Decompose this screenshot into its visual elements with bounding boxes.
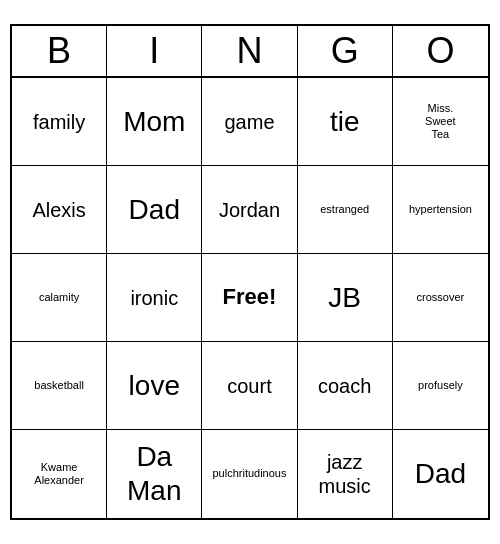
cell-text: court — [227, 374, 271, 398]
cell-text: calamity — [39, 291, 79, 304]
bingo-cell: DaMan — [107, 430, 202, 518]
bingo-cell: family — [12, 78, 107, 166]
bingo-cell: hypertension — [393, 166, 488, 254]
cell-text: hypertension — [409, 203, 472, 216]
bingo-cell: Miss.SweetTea — [393, 78, 488, 166]
cell-text: estranged — [320, 203, 369, 216]
header-letter: N — [202, 26, 297, 76]
bingo-cell: profusely — [393, 342, 488, 430]
bingo-cell: estranged — [298, 166, 393, 254]
bingo-cell: game — [202, 78, 297, 166]
cell-text: pulchritudinous — [212, 467, 286, 480]
cell-text: Miss.SweetTea — [425, 102, 456, 142]
bingo-cell: tie — [298, 78, 393, 166]
cell-text: Alexis — [32, 198, 85, 222]
bingo-cell: Mom — [107, 78, 202, 166]
bingo-cell: Dad — [393, 430, 488, 518]
cell-text: crossover — [417, 291, 465, 304]
bingo-cell: Free! — [202, 254, 297, 342]
cell-text: jazzmusic — [319, 450, 371, 498]
bingo-header: BINGO — [12, 26, 488, 78]
bingo-cell: jazzmusic — [298, 430, 393, 518]
bingo-cell: calamity — [12, 254, 107, 342]
cell-text: Dad — [129, 193, 180, 227]
cell-text: game — [224, 110, 274, 134]
cell-text: Jordan — [219, 198, 280, 222]
cell-text: Dad — [415, 457, 466, 491]
bingo-cell: coach — [298, 342, 393, 430]
bingo-cell: court — [202, 342, 297, 430]
cell-text: KwameAlexander — [34, 461, 84, 487]
bingo-cell: ironic — [107, 254, 202, 342]
bingo-cell: crossover — [393, 254, 488, 342]
cell-text: Mom — [123, 105, 185, 139]
header-letter: I — [107, 26, 202, 76]
cell-text: love — [129, 369, 180, 403]
header-letter: G — [298, 26, 393, 76]
bingo-cell: KwameAlexander — [12, 430, 107, 518]
header-letter: O — [393, 26, 488, 76]
cell-text: tie — [330, 105, 360, 139]
bingo-cell: Dad — [107, 166, 202, 254]
bingo-cell: Alexis — [12, 166, 107, 254]
bingo-grid: familyMomgametieMiss.SweetTeaAlexisDadJo… — [12, 78, 488, 518]
bingo-cell: pulchritudinous — [202, 430, 297, 518]
bingo-cell: Jordan — [202, 166, 297, 254]
cell-text: Free! — [223, 284, 277, 310]
bingo-cell: JB — [298, 254, 393, 342]
cell-text: ironic — [130, 286, 178, 310]
cell-text: DaMan — [127, 440, 181, 507]
cell-text: JB — [328, 281, 361, 315]
bingo-cell: love — [107, 342, 202, 430]
header-letter: B — [12, 26, 107, 76]
bingo-cell: basketball — [12, 342, 107, 430]
cell-text: basketball — [34, 379, 84, 392]
bingo-card: BINGO familyMomgametieMiss.SweetTeaAlexi… — [10, 24, 490, 520]
cell-text: family — [33, 110, 85, 134]
cell-text: profusely — [418, 379, 463, 392]
cell-text: coach — [318, 374, 371, 398]
